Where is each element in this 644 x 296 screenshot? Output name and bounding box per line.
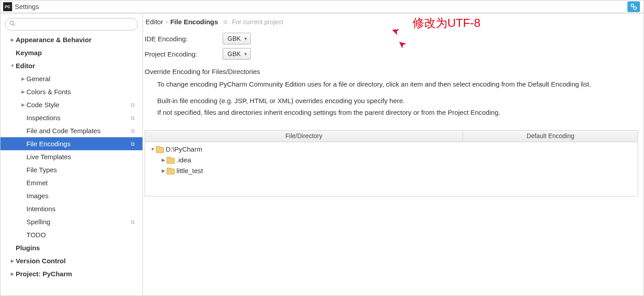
sidebar-item-label: File Encodings (26, 140, 129, 148)
sidebar-item[interactable]: ▶Project: PyCharm (0, 267, 142, 280)
tree-toggle-icon[interactable]: ▶ (9, 258, 16, 263)
main-panel: Editor › File Encodings ⧉ For current pr… (143, 13, 644, 296)
sidebar-item-label: Emmet (26, 179, 140, 187)
sidebar-item-label: TODO (26, 231, 140, 239)
sidebar-item-label: Editor (16, 62, 140, 70)
breadcrumb-hint: For current project (232, 18, 283, 26)
tree-toggle-icon[interactable]: ▶ (160, 157, 167, 162)
sidebar-item-label: Version Control (16, 257, 140, 265)
chevron-down-icon: ▼ (244, 52, 248, 57)
col-encoding[interactable]: Default Encoding (463, 131, 638, 142)
tree-toggle-icon[interactable]: ▼ (9, 63, 16, 68)
sidebar-item[interactable]: Emmet (0, 176, 142, 189)
toolbar-icon[interactable] (627, 1, 640, 12)
breadcrumb-parent: Editor (146, 18, 163, 26)
project-scope-icon: ⧉ (129, 114, 136, 122)
file-tree-row[interactable]: ▶little_test (145, 165, 638, 176)
tree-toggle-icon[interactable]: ▶ (9, 271, 16, 276)
project-scope-icon: ⧉ (129, 101, 136, 109)
file-tree-row[interactable]: ▶.idea (145, 155, 638, 165)
project-encoding-combo[interactable]: GBK ▼ (223, 48, 251, 60)
sidebar-item-label: Appearance & Behavior (16, 36, 140, 44)
file-tree-row[interactable]: ▼D:\PyCharm (145, 144, 638, 155)
folder-icon (156, 146, 164, 152)
tree-toggle-icon[interactable]: ▼ (150, 147, 156, 152)
sidebar-item[interactable]: ▶Version Control (0, 254, 142, 267)
sidebar-item-label: Inspections (26, 114, 129, 122)
help-text: To change encoding PyCharm Community Edi… (157, 79, 615, 89)
ide-encoding-value: GBK (228, 35, 241, 42)
sidebar-item[interactable]: Spelling⧉ (0, 215, 142, 228)
file-tree[interactable]: ▼D:\PyCharm▶.idea▶little_test (145, 142, 638, 196)
breadcrumb-sep: › (166, 19, 167, 25)
sidebar-item-label: Plugins (16, 244, 140, 252)
sidebar-item[interactable]: ▼Editor (0, 59, 142, 72)
file-tree-label: .idea (176, 156, 191, 164)
titlebar: PC Settings (0, 0, 644, 13)
project-scope-icon: ⧉ (129, 140, 136, 148)
project-scope-icon: ⧉ (129, 127, 136, 135)
svg-line-4 (13, 24, 15, 26)
sidebar-item[interactable]: TODO (0, 228, 142, 241)
sidebar-item[interactable]: File and Code Templates⧉ (0, 124, 142, 137)
file-tree-label: D:\PyCharm (166, 145, 202, 153)
sidebar-item-label: Live Templates (26, 153, 140, 161)
sidebar-item-label: Colors & Fonts (26, 88, 140, 96)
folder-icon (167, 157, 175, 163)
tree-toggle-icon[interactable]: ▶ (9, 37, 16, 42)
sidebar-item-label: Code Style (26, 101, 129, 109)
tree-toggle-icon[interactable]: ▶ (160, 168, 167, 173)
sidebar-item[interactable]: ▶General (0, 72, 142, 85)
override-help: To change encoding PyCharm Community Edi… (145, 79, 619, 130)
sidebar-item-label: Intentions (26, 205, 140, 213)
settings-window: PC Settings ▶Appearance & BehaviorKeymap… (0, 0, 644, 296)
sidebar-item[interactable]: ▶Colors & Fonts (0, 85, 142, 98)
help-text: Built-in file encoding (e.g. JSP, HTML o… (157, 96, 615, 106)
sidebar-item-label: General (26, 75, 140, 83)
search-icon (9, 21, 15, 28)
chevron-down-icon: ▼ (244, 36, 248, 41)
annotation-text: 修改为UTF-8 (412, 15, 481, 31)
tree-toggle-icon[interactable]: ▶ (20, 76, 26, 81)
sidebar-item[interactable]: Images (0, 189, 142, 202)
file-tree-label: little_test (176, 167, 203, 174)
override-title: Override Encoding for Files/Directories (145, 68, 638, 75)
tree-toggle-icon[interactable]: ▶ (20, 102, 26, 107)
ide-encoding-label: IDE Encoding: (145, 35, 219, 43)
sidebar-item-label: Images (26, 192, 140, 200)
sidebar-item[interactable]: Plugins (0, 241, 142, 254)
sidebar-item[interactable]: ▶Appearance & Behavior (0, 33, 142, 46)
folder-icon (167, 168, 175, 174)
sidebar-item-label: Spelling (26, 218, 129, 226)
tree-toggle-icon[interactable]: ▶ (20, 89, 26, 94)
settings-sidebar: ▶Appearance & BehaviorKeymap▼Editor▶Gene… (0, 13, 143, 296)
encoding-table: File/Directory Default Encoding ▼D:\PyCh… (145, 130, 638, 196)
sidebar-item[interactable]: File Types (0, 163, 142, 176)
sidebar-item-label: Project: PyCharm (16, 270, 140, 278)
svg-line-2 (633, 6, 634, 7)
window-title: Settings (15, 3, 39, 10)
settings-tree[interactable]: ▶Appearance & BehaviorKeymap▼Editor▶Gene… (0, 33, 142, 296)
search-input[interactable] (5, 18, 138, 30)
help-text: If not specified, files and directories … (157, 107, 615, 118)
sidebar-item[interactable]: Keymap (0, 46, 142, 59)
sidebar-item-label: File Types (26, 166, 140, 174)
breadcrumb-current: File Encodings (170, 18, 218, 26)
scope-icon: ⧉ (223, 19, 228, 25)
sidebar-item-label: File and Code Templates (26, 127, 129, 135)
table-header: File/Directory Default Encoding (145, 131, 638, 142)
project-encoding-value: GBK (228, 50, 241, 57)
svg-point-3 (10, 21, 13, 25)
app-icon: PC (3, 2, 12, 11)
sidebar-item[interactable]: ▶Code Style⧉ (0, 98, 142, 111)
search-box (5, 18, 138, 30)
sidebar-item[interactable]: Inspections⧉ (0, 111, 142, 124)
ide-encoding-combo[interactable]: GBK ▼ (223, 33, 251, 44)
project-scope-icon: ⧉ (129, 218, 136, 226)
project-encoding-label: Project Encoding: (145, 50, 219, 58)
sidebar-item[interactable]: Intentions (0, 202, 142, 215)
sidebar-item[interactable]: Live Templates (0, 150, 142, 163)
sidebar-item[interactable]: File Encodings⧉ (0, 137, 142, 150)
col-file[interactable]: File/Directory (145, 131, 463, 142)
breadcrumb: Editor › File Encodings ⧉ For current pr… (145, 18, 638, 29)
